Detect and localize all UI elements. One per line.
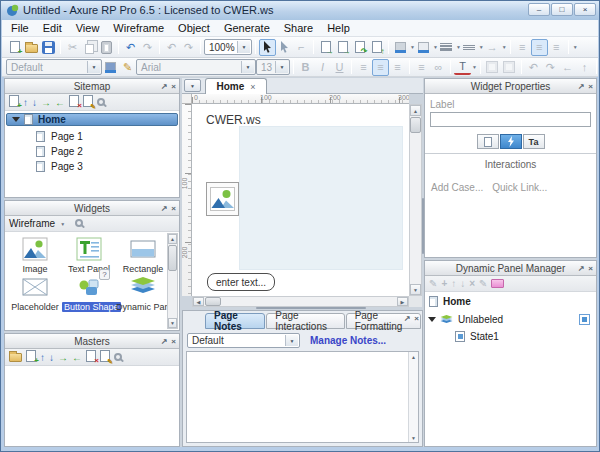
horizontal-splitter[interactable] — [256, 307, 366, 309]
font-size-select[interactable]: 13 ▼ — [256, 59, 290, 75]
indent-page-icon[interactable]: → — [41, 97, 51, 108]
tab-page-notes[interactable]: Page Notes — [205, 313, 265, 329]
ungroup-icon[interactable]: ↷ — [180, 39, 197, 56]
interaction-pointer-icon[interactable] — [276, 39, 293, 56]
dpm-item-state1[interactable]: State1 — [425, 330, 596, 343]
align-right-icon[interactable]: ≡ — [389, 59, 406, 76]
dpm-popout-icon[interactable]: ↗ — [578, 264, 585, 273]
widgets-close-icon[interactable]: × — [171, 204, 176, 213]
scroll-down-icon[interactable]: ▼ — [409, 433, 418, 442]
sitemap-close-icon[interactable]: × — [171, 82, 176, 91]
generate-word-icon[interactable]: ↷ — [351, 39, 368, 56]
menu-help[interactable]: Help — [320, 20, 357, 36]
outdent-master-icon[interactable]: ← — [72, 352, 82, 363]
menu-generate[interactable]: Generate — [217, 20, 277, 36]
help-badge[interactable]: ? — [99, 269, 110, 280]
italic-icon[interactable]: I — [314, 59, 331, 76]
scrollbar-thumb[interactable] — [205, 297, 221, 306]
scrollbar-thumb[interactable] — [410, 117, 421, 133]
menu-share[interactable]: Share — [277, 20, 320, 36]
edit-master-icon[interactable]: ✎ — [100, 350, 110, 364]
menu-file[interactable]: File — [4, 20, 36, 36]
text-color-icon[interactable]: T — [454, 60, 471, 75]
canvas-image-widget[interactable] — [206, 182, 239, 216]
masters-search-icon[interactable] — [114, 352, 122, 363]
canvas-vscrollbar[interactable]: ▲ ▼ — [409, 104, 422, 296]
formatting-tab-icon[interactable]: Ta — [523, 134, 545, 149]
scroll-up-icon[interactable]: ▲ — [410, 105, 421, 116]
minimize-button-icon[interactable]: – — [528, 3, 550, 16]
notes-close-icon[interactable]: × — [414, 314, 419, 323]
sitemap-popout-icon[interactable]: ↗ — [161, 82, 168, 91]
notes-popout-icon[interactable]: ↗ — [404, 314, 411, 323]
maximize-button-icon[interactable]: □ — [551, 3, 573, 16]
format-painter-icon[interactable]: ✎ — [119, 59, 136, 76]
style-select[interactable]: Default ▼ — [6, 59, 102, 75]
dpm-move-down-icon[interactable]: ↓ — [460, 278, 465, 289]
font-size-caret-icon[interactable]: ▼ — [275, 61, 288, 73]
menu-edit[interactable]: Edit — [36, 20, 69, 36]
bullet-list-icon[interactable]: ≡ — [413, 59, 430, 76]
sitemap-search-icon[interactable] — [97, 97, 105, 108]
widgets-scrollbar[interactable]: ▲ ▼ — [167, 233, 178, 329]
zoom-select[interactable]: 100% ▼ — [204, 39, 252, 55]
notes-scrollbar[interactable]: ▲ ▼ — [408, 352, 418, 442]
tab-home[interactable]: Home × — [205, 78, 267, 94]
canvas-heading-text[interactable]: CWER.ws — [206, 113, 261, 127]
dpm-edit-icon[interactable]: ✎ — [429, 278, 437, 289]
flip-horizontal-icon[interactable]: ← — [559, 59, 576, 76]
add-master-icon[interactable]: + — [26, 350, 36, 364]
rotate-right-icon[interactable]: ↷ — [542, 59, 559, 76]
annotation-tab-icon[interactable] — [477, 134, 499, 149]
add-page-icon[interactable]: + — [9, 95, 19, 109]
z-order-front-icon[interactable]: ≡ — [514, 39, 531, 56]
text-color-caret-icon[interactable]: ▼ — [472, 64, 477, 70]
flip-vertical-icon[interactable]: ↑ — [576, 59, 593, 76]
open-file-icon[interactable] — [23, 39, 40, 56]
delete-master-icon[interactable]: × — [86, 350, 96, 364]
toolbar-overflow-icon[interactable]: ▼ — [573, 44, 578, 50]
fill-color-icon[interactable] — [392, 39, 409, 56]
cut-icon[interactable]: ✂ — [64, 39, 81, 56]
widgets-popout-icon[interactable]: ↗ — [161, 204, 168, 213]
font-caret-icon[interactable]: ▼ — [241, 61, 254, 73]
tab-page-interactions[interactable]: Page Interactions — [266, 313, 344, 329]
dpm-item-unlabeled[interactable]: Unlabeled — [425, 312, 596, 327]
z-order-middle-icon[interactable]: ≡ — [531, 39, 548, 56]
hyperlink-icon[interactable]: ∞ — [430, 59, 447, 76]
align-left-icon[interactable]: ≡ — [355, 59, 372, 76]
edit-page-icon[interactable]: ✎ — [83, 95, 93, 109]
menu-object[interactable]: Object — [171, 20, 217, 36]
group-icon[interactable]: ↶ — [163, 39, 180, 56]
masters-popout-icon[interactable]: ↗ — [161, 337, 168, 346]
widget-item-image[interactable]: Image — [8, 237, 62, 274]
scroll-down-icon[interactable]: ▼ — [168, 318, 177, 328]
scroll-left-icon[interactable]: ◀ — [193, 297, 204, 306]
scroll-up-icon[interactable]: ▲ — [168, 234, 177, 244]
pointer-tool-icon[interactable] — [259, 39, 276, 56]
more-generators-icon[interactable]: ↑ — [368, 39, 385, 56]
menu-view[interactable]: View — [69, 20, 107, 36]
manage-notes-link[interactable]: Manage Notes... — [310, 335, 386, 346]
zoom-out-icon[interactable] — [501, 59, 518, 76]
dpm-delete-icon[interactable]: × — [469, 278, 475, 289]
canvas-hscrollbar[interactable]: ◀ ▶ — [192, 296, 409, 307]
move-page-up-icon[interactable]: ↑ — [23, 97, 28, 108]
note-set-select[interactable]: Default ▼ — [187, 333, 300, 348]
generate-specification-icon[interactable]: → — [334, 39, 351, 56]
design-canvas[interactable]: CWER.ws enter text... — [192, 104, 409, 296]
dpm-rename-icon[interactable]: ✎ — [479, 278, 487, 289]
align-center-icon[interactable]: ≡ — [372, 59, 389, 76]
widget-item-placeholder[interactable]: Placeholder — [8, 275, 62, 312]
widget-item-dynamic-panel[interactable]: Dynamic Panel — [116, 275, 170, 312]
line-color-icon[interactable] — [415, 39, 432, 56]
tab-close-icon[interactable]: × — [250, 82, 255, 92]
line-pattern-icon[interactable] — [461, 39, 478, 56]
library-caret-icon[interactable]: ▼ — [60, 221, 65, 227]
new-file-icon[interactable]: + — [6, 39, 23, 56]
canvas-button-widget[interactable]: enter text... — [207, 273, 275, 291]
indent-master-icon[interactable]: → — [58, 352, 68, 363]
add-case-link[interactable]: Add Case... — [431, 182, 483, 193]
arrow-style-icon[interactable]: → — [484, 39, 501, 56]
panel-state-indicator[interactable] — [579, 314, 590, 325]
